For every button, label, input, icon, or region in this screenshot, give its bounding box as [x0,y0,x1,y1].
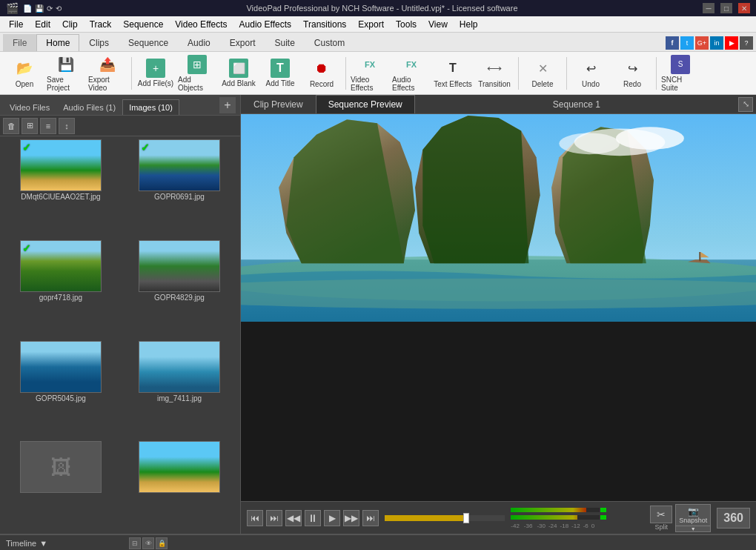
media-tool-grid[interactable]: ⊞ [21,118,38,134]
prev-frame-button[interactable]: ⏭ [266,510,282,526]
tab-audio[interactable]: Audio [178,34,220,51]
open-icon: 📂 [14,58,35,79]
playback-controls: ⏮ ⏭ ◀◀ ⏸ ▶ ▶▶ ⏭ [241,501,756,534]
nch-suite-button[interactable]: S SNCH Suite [660,54,700,93]
360-tool: 360 [717,508,750,529]
add-blank-button[interactable]: ⬜ Add Blank [219,54,259,93]
go-end-button[interactable]: ⏭ [362,510,379,526]
tab-home[interactable]: Home [36,34,79,51]
menu-track[interactable]: Track [84,18,118,31]
preview-expand-button[interactable]: ⤡ [738,97,753,112]
undo-button[interactable]: ↩ Undo [571,54,611,93]
list-item[interactable]: GOPR4829.jpg [122,240,237,338]
media-tool-list[interactable]: ≡ [40,118,56,134]
tab-suite[interactable]: Suite [265,34,304,51]
nch-suite-icon: S [671,55,690,74]
export-video-button[interactable]: 📤 Export Video [87,54,127,93]
tab-clip-preview[interactable]: Clip Preview [241,95,316,113]
redo-button[interactable]: ↪ Redo [612,54,652,93]
tl-btn-2[interactable]: 👁 [142,537,154,549]
add-title-label: Add Title [266,79,295,87]
menu-file[interactable]: File [3,18,29,31]
360-button[interactable]: 360 [717,508,750,529]
tab-video-files[interactable]: Video Files [3,99,56,115]
video-effects-button[interactable]: FX Video Effects [350,54,390,93]
window-controls[interactable]: ─ □ ✕ [703,3,750,13]
sep2 [345,57,346,90]
pause-button[interactable]: ⏸ [305,510,321,526]
menu-audio-effects[interactable]: Audio Effects [233,18,298,31]
playback-progress[interactable] [385,515,505,521]
media-tool-sort[interactable]: ↕ [59,118,75,134]
list-item[interactable]: img_7411.jpg [122,341,237,439]
checkmark-icon: ✓ [22,142,31,153]
split-button[interactable]: ✂ [650,506,672,523]
play-button[interactable]: ▶ [324,510,340,526]
toolbar: 📂 Open 💾 Save Project 📤 Export Video + A… [0,52,756,95]
text-effects-label: Text Effects [434,80,472,88]
text-effects-button[interactable]: T Text Effects [433,54,473,93]
snapshot-button[interactable]: 📷 Snapshot [675,504,711,526]
timeline-title: Timeline [6,539,36,548]
media-tool-delete[interactable]: 🗑 [3,118,19,134]
record-button[interactable]: ⏺ Record [302,54,342,93]
list-item[interactable]: GOPR5045.jpg [3,341,119,439]
media-thumbnail: ✓ [20,240,102,292]
add-media-button[interactable]: + [219,97,236,113]
menu-transitions[interactable]: Transitions [297,18,352,31]
menu-video-effects[interactable]: Video Effects [169,18,233,31]
tab-audio-files[interactable]: Audio Files (1) [56,99,122,115]
save-icon: 💾 [56,55,76,74]
close-button[interactable]: ✕ [738,3,750,13]
menu-sequence[interactable]: Sequence [117,18,169,31]
tab-clips[interactable]: Clips [79,34,119,51]
add-objects-label: Add Objects [178,76,216,92]
snapshot-dropdown-arrow[interactable]: ▼ [675,526,711,532]
list-item[interactable]: ✓ GOPR0691.jpg [122,139,237,237]
go-start-button[interactable]: ⏮ [247,510,263,526]
maximize-button[interactable]: □ [720,3,732,13]
window-title: VideoPad Professional by NCH Software - … [62,4,703,13]
open-button[interactable]: 📂 Open [4,54,44,93]
tab-images[interactable]: Images (10) [122,99,179,115]
menu-export[interactable]: Export [352,18,390,31]
tab-custom[interactable]: Custom [305,34,354,51]
menubar: File Edit Clip Track Sequence Video Effe… [0,16,756,33]
menu-help[interactable]: Help [454,18,484,31]
tab-file[interactable]: File [3,34,36,51]
timeline-dropdown-icon[interactable]: ▼ [39,539,47,548]
media-filename: gopr4718.jpg [39,294,82,302]
delete-button[interactable]: ✕ Delete [523,54,563,93]
media-thumbnail [139,240,220,292]
tl-btn-3[interactable]: 🔒 [156,537,168,549]
snapshot-label: Snapshot [679,517,707,524]
rewind-button[interactable]: ◀◀ [285,510,302,526]
list-item[interactable] [122,441,237,531]
menu-clip[interactable]: Clip [56,18,84,31]
menu-tools[interactable]: Tools [390,18,422,31]
transition-button[interactable]: ⟷ Transition [474,54,514,93]
ff-button[interactable]: ▶▶ [343,510,359,526]
split-label: Split [655,523,669,531]
menu-view[interactable]: View [422,18,454,31]
add-objects-button[interactable]: ⊞ Add Objects [177,54,217,93]
audio-effects-button[interactable]: FX Audio Effects [391,54,431,93]
media-filename: DMqt6ClUEAAO2ET.jpg [21,193,100,201]
tab-sequence[interactable]: Sequence [119,34,178,51]
progress-fill [385,515,466,521]
placeholder-icon: 🖼 [50,455,71,480]
menu-edit[interactable]: Edit [29,18,56,31]
tab-sequence-preview[interactable]: Sequence Preview [316,95,415,113]
minimize-button[interactable]: ─ [703,3,714,13]
save-project-button[interactable]: 💾 Save Project [46,54,86,93]
tab-export[interactable]: Export [220,34,265,51]
list-item[interactable]: ✓ DMqt6ClUEAAO2ET.jpg [3,139,119,237]
list-item[interactable]: 🖼 [3,441,119,531]
timeline-toolbar: ⊟ 👁 🔒 [126,537,170,549]
add-title-icon: T [271,59,290,78]
tl-btn-1[interactable]: ⊟ [129,537,141,549]
add-title-button[interactable]: T Add Title [260,54,300,93]
list-item[interactable]: ✓ gopr4718.jpg [3,240,119,338]
add-files-button[interactable]: + Add File(s) [136,54,176,93]
progress-handle[interactable] [463,513,469,523]
